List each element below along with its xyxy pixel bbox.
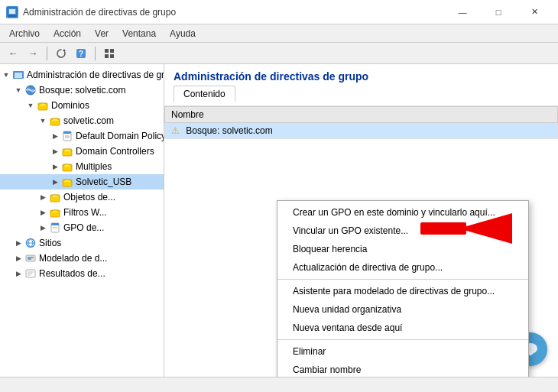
- tree-resultados[interactable]: ▶ Resultados de...: [0, 266, 164, 281]
- minimize-button[interactable]: —: [445, 3, 480, 21]
- svg-rect-11: [15, 73, 22, 78]
- close-button[interactable]: ✕: [517, 3, 552, 21]
- svg-rect-1: [9, 9, 15, 14]
- svg-rect-6: [105, 49, 109, 53]
- sitios-icon: [24, 237, 37, 249]
- root-icon: [12, 69, 24, 81]
- menu-archivo[interactable]: Archivo: [3, 27, 46, 40]
- tree-solvetic[interactable]: ▼ solvetic.com: [0, 113, 164, 128]
- menu-ventana[interactable]: Ventana: [116, 27, 162, 40]
- expand-filtros[interactable]: ▶: [37, 206, 49, 219]
- row-icon: ⚠: [171, 125, 180, 136]
- svg-rect-17: [63, 131, 71, 134]
- expand-resultados[interactable]: ▶: [12, 267, 24, 280]
- tree-panel: ▼ Administración de directivas de grupo …: [0, 64, 164, 377]
- modelado-label: Modelado de d...: [39, 253, 107, 264]
- tree-solvetic-usb[interactable]: ▶ Solvetic_USB: [0, 174, 164, 190]
- expand-multiples[interactable]: ▶: [49, 160, 61, 173]
- menu-accion[interactable]: Acción: [47, 27, 87, 40]
- svg-rect-9: [110, 54, 114, 58]
- ctx-cambiar[interactable]: Cambiar nombre: [277, 361, 528, 377]
- tree-bosque[interactable]: ▼ Bosque: solvetic.com: [0, 83, 164, 98]
- table-row[interactable]: ⚠ Bosque: solvetic.com: [165, 123, 558, 139]
- menu-ayuda[interactable]: Ayuda: [164, 27, 202, 40]
- susb-icon: [61, 176, 73, 188]
- tree-sitios[interactable]: ▶ Sitios: [0, 235, 164, 251]
- tree-root[interactable]: ▼ Administración de directivas de grupo: [0, 67, 164, 83]
- svg-text:?: ?: [79, 50, 83, 58]
- context-menu: Crear un GPO en este dominio y vincularl…: [277, 200, 529, 377]
- title-bar-text: Administración de directivas de grupo: [23, 7, 176, 18]
- objetos-label: Objetos de...: [63, 192, 115, 202]
- row-bosque: ⚠ Bosque: solvetic.com: [165, 123, 558, 139]
- toolbar-separator-1: [47, 47, 47, 60]
- title-bar-left: Administración de directivas de grupo: [6, 6, 176, 18]
- expand-modelado[interactable]: ▶: [12, 252, 24, 264]
- ctx-actualizacion[interactable]: Actualización de directiva de grupo...: [277, 258, 528, 277]
- app-icon: [6, 6, 18, 18]
- forward-button[interactable]: →: [24, 45, 41, 62]
- tree-objetos[interactable]: ▶ Objetos de...: [0, 190, 164, 205]
- maximize-button[interactable]: □: [481, 3, 516, 21]
- filtros-icon: [49, 206, 61, 219]
- dominios-label: Dominios: [51, 100, 89, 111]
- grid-button[interactable]: [101, 45, 118, 62]
- right-panel: Administración de directivas de grupo Co…: [164, 64, 558, 377]
- row-label: Bosque: solvetic.com: [186, 125, 272, 136]
- expand-sitios[interactable]: ▶: [12, 237, 24, 249]
- right-title: Administración de directivas de grupo: [174, 70, 549, 83]
- ctx-asistente[interactable]: Asistente para modelado de directivas de…: [277, 282, 528, 300]
- toolbar: ← → ?: [0, 43, 558, 64]
- ctx-crear-gpo[interactable]: Crear un GPO en este dominio y vincularl…: [277, 203, 528, 222]
- expand-gpo[interactable]: ▶: [37, 222, 49, 234]
- main-area: ▼ Administración de directivas de grupo …: [0, 64, 558, 377]
- toolbar-separator-2: [95, 47, 96, 60]
- expand-solvetic[interactable]: ▼: [37, 115, 49, 127]
- back-button[interactable]: ←: [5, 45, 21, 62]
- gpo-icon: [49, 222, 61, 234]
- svg-rect-2: [8, 15, 17, 17]
- refresh-button[interactable]: [53, 45, 70, 62]
- right-header: Administración de directivas de grupo Co…: [164, 64, 558, 106]
- tree-filtros[interactable]: ▶ Filtros W...: [0, 205, 164, 220]
- content-table: Nombre ⚠ Bosque: solvetic.com: [164, 106, 558, 139]
- dominios-icon: [37, 99, 49, 112]
- modelado-icon: [24, 252, 37, 264]
- ctx-nueva-unidad[interactable]: Nueva unidad organizativa: [277, 300, 528, 319]
- menu-bar: Archivo Acción Ver Ventana Ayuda: [0, 24, 558, 43]
- svg-rect-7: [110, 49, 114, 53]
- bosque-label: Bosque: solvetic.com: [39, 85, 125, 96]
- expand-dc[interactable]: ▶: [49, 145, 61, 157]
- tree-gpo[interactable]: ▶ GPO de...: [0, 220, 164, 235]
- expand-susb[interactable]: ▶: [49, 176, 61, 188]
- ctx-vincular-gpo[interactable]: Vincular un GPO existente...: [277, 222, 528, 240]
- multiples-label: Multiples: [76, 161, 112, 172]
- solvetic-icon: [49, 115, 61, 127]
- bosque-icon: [24, 84, 37, 96]
- expand-objetos[interactable]: ▶: [37, 191, 49, 203]
- expand-root[interactable]: ▼: [0, 69, 12, 81]
- dc-icon: [61, 145, 73, 157]
- expand-dominios[interactable]: ▼: [24, 99, 37, 112]
- expand-ddp[interactable]: ▶: [49, 130, 61, 142]
- expand-bosque[interactable]: ▼: [12, 84, 24, 96]
- ctx-sep-2: [277, 339, 528, 340]
- tree-multiples[interactable]: ▶ Multiples: [0, 159, 164, 174]
- ctx-eliminar[interactable]: Eliminar: [277, 342, 528, 361]
- title-bar: Administración de directivas de grupo — …: [0, 0, 558, 24]
- ctx-nueva-ventana[interactable]: Nueva ventana desde aquí: [277, 319, 528, 337]
- ctx-bloquear[interactable]: Bloquear herencia: [277, 240, 528, 258]
- menu-ver[interactable]: Ver: [89, 27, 115, 40]
- tree-dominios[interactable]: ▼ Dominios: [0, 98, 164, 113]
- tab-contenido[interactable]: Contenido: [174, 86, 235, 102]
- help-button[interactable]: ?: [73, 45, 89, 62]
- tree-dc[interactable]: ▶ Domain Controllers: [0, 144, 164, 159]
- solvetic-label: solvetic.com: [63, 115, 114, 126]
- gpo-label: GPO de...: [63, 222, 104, 233]
- tree-modelado[interactable]: ▶ Modelado de d...: [0, 251, 164, 266]
- ddp-label: Default Domain Policy: [76, 131, 164, 141]
- multiples-icon: [61, 160, 73, 173]
- tree-ddp[interactable]: ▶ Default Domain Policy: [0, 128, 164, 144]
- objetos-icon: [49, 191, 61, 203]
- resultados-label: Resultados de...: [39, 268, 105, 279]
